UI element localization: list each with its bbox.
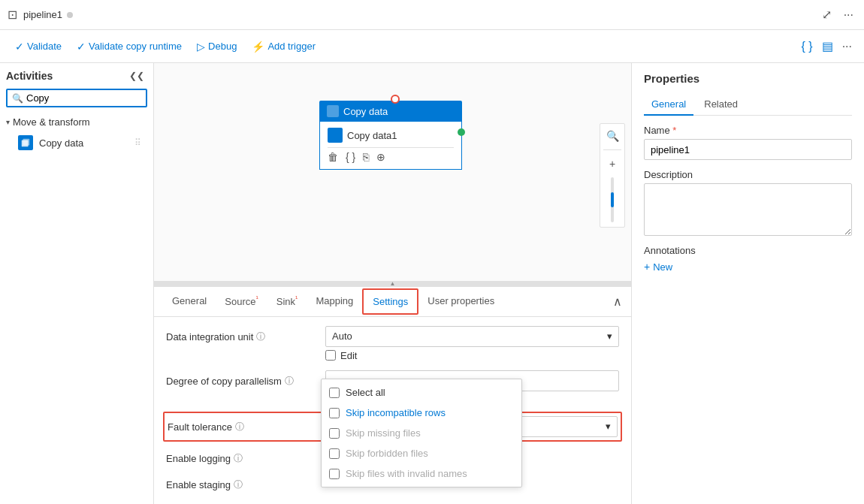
info-icon-diu[interactable]: ⓘ	[256, 330, 265, 343]
node-item-label: Copy data1	[347, 130, 397, 141]
diu-value: Auto	[332, 330, 352, 342]
panel-toggle-button[interactable]: ∧	[613, 294, 622, 309]
tab-settings[interactable]: Settings	[362, 288, 418, 315]
description-textarea[interactable]	[644, 183, 852, 236]
copy-data-icon	[18, 135, 33, 150]
success-connector	[458, 128, 465, 136]
name-label: Name *	[644, 125, 852, 136]
tab-general[interactable]: General	[163, 289, 216, 314]
enable-logging-label-text: Enable logging	[166, 453, 231, 464]
canvas[interactable]: Copy data Copy data1 🗑 { } ⎘ ⊕	[154, 63, 631, 281]
add-icon[interactable]: ⊕	[376, 151, 385, 163]
search-canvas-button[interactable]: 🔍	[603, 127, 621, 145]
svg-rect-1	[23, 139, 30, 146]
debug-button[interactable]: ▷ Debug	[191, 38, 243, 56]
skip-incompatible-checkbox[interactable]	[329, 408, 340, 418]
sidebar-collapse-button[interactable]: ❮❮	[126, 69, 147, 83]
properties-panel: Properties General Related Name * Descri…	[631, 63, 864, 504]
name-required-indicator: *	[672, 125, 676, 136]
skip-invalid-names-checkbox[interactable]	[329, 469, 340, 479]
debug-icon: ▷	[197, 41, 205, 53]
node-body: Copy data1 🗑 { } ⎘ ⊕	[319, 122, 462, 170]
category-move-transform[interactable]: ▾ Move & transform	[6, 113, 147, 131]
node-header[interactable]: Copy data	[319, 101, 462, 122]
option-skip-invalid-names[interactable]: Skip files with invalid names	[322, 463, 521, 484]
fault-tolerance-dropdown: Select all Skip incompatible rows Skip m…	[321, 379, 522, 487]
code-button[interactable]: { }	[799, 38, 816, 55]
node-top-connector	[391, 95, 400, 104]
more-actions-button[interactable]: ···	[839, 38, 855, 55]
validate-icon: ✓	[15, 41, 24, 53]
enable-staging-label: Enable staging ⓘ	[166, 474, 316, 491]
name-field: Name *	[644, 125, 852, 160]
zoom-in-button[interactable]: +	[603, 155, 621, 173]
data-integration-unit-row: Data integration unit ⓘ Auto ▾ Edit	[166, 326, 619, 361]
diu-edit-row: Edit	[325, 350, 619, 361]
tab-sink-label: Sink	[276, 296, 295, 307]
activity-copy-data[interactable]: Copy data ⠿	[12, 131, 147, 155]
props-tab-related[interactable]: Related	[696, 94, 745, 116]
category-label: Move & transform	[13, 116, 90, 128]
skip-missing-label: Skip missing files	[346, 427, 421, 439]
option-skip-incompatible[interactable]: Skip incompatible rows	[322, 403, 521, 423]
tabs-row: General Source¹ Sink¹ Mapping Settings U…	[154, 287, 631, 317]
skip-forbidden-checkbox[interactable]	[329, 448, 340, 459]
node-actions: 🗑 { } ⎘ ⊕	[328, 147, 454, 163]
info-icon-ft[interactable]: ⓘ	[235, 421, 244, 433]
chevron-down-icon: ▾	[607, 330, 612, 342]
validate-button[interactable]: ✓ Validate	[9, 38, 68, 56]
properties-title: Properties	[644, 72, 852, 85]
tab-settings-label: Settings	[373, 296, 408, 307]
data-integration-select[interactable]: Auto ▾	[325, 326, 619, 347]
tab-mapping[interactable]: Mapping	[307, 289, 362, 314]
tab-source-label: Source	[225, 296, 255, 307]
delete-icon[interactable]: 🗑	[328, 151, 338, 163]
search-box: 🔍	[6, 89, 147, 107]
skip-invalid-names-label: Skip files with invalid names	[346, 468, 467, 479]
search-input[interactable]	[26, 92, 141, 104]
validate-copy-button[interactable]: ✓ Validate copy runtime	[71, 38, 188, 56]
pipeline-icon: ⊡	[8, 8, 17, 22]
info-icon-es[interactable]: ⓘ	[234, 478, 243, 491]
skip-incompatible-label: Skip incompatible rows	[346, 407, 446, 418]
select-all-label: Select all	[346, 387, 385, 398]
skip-missing-checkbox[interactable]	[329, 428, 340, 439]
chevron-icon: ▾	[6, 118, 10, 126]
node-header-icon	[327, 105, 339, 117]
skip-forbidden-label: Skip forbidden files	[346, 448, 428, 459]
info-icon-dcp[interactable]: ⓘ	[285, 375, 294, 388]
canvas-toolbar: 🔍 +	[600, 123, 625, 228]
name-input[interactable]	[644, 139, 852, 160]
drag-handle: ⠿	[134, 137, 141, 148]
toolbar-right: { } ▤ ···	[799, 38, 855, 55]
select-all-checkbox[interactable]	[329, 388, 340, 398]
expand-button[interactable]: ⤢	[819, 6, 835, 23]
panel-collapse-handle[interactable]: ▲	[154, 281, 631, 287]
info-icon-el[interactable]: ⓘ	[234, 452, 243, 465]
option-select-all[interactable]: Select all	[322, 382, 521, 403]
more-button[interactable]: ···	[841, 7, 856, 23]
add-trigger-button[interactable]: ⚡ Add trigger	[246, 38, 322, 56]
add-annotation-button[interactable]: + New	[644, 261, 852, 273]
node-item-icon	[328, 128, 343, 143]
tab-general-label: General	[172, 295, 207, 306]
new-label: New	[653, 261, 672, 273]
tab-sink[interactable]: Sink¹	[267, 288, 307, 315]
validate-copy-icon: ✓	[77, 41, 86, 53]
add-trigger-label: Add trigger	[267, 41, 316, 52]
tab-source[interactable]: Source¹	[216, 288, 267, 315]
tab-user-properties[interactable]: User properties	[418, 289, 503, 314]
code-icon[interactable]: { }	[346, 151, 355, 163]
option-skip-missing[interactable]: Skip missing files	[322, 423, 521, 443]
description-field: Description	[644, 169, 852, 236]
annotations-title: Annotations	[644, 245, 852, 256]
name-label-text: Name	[644, 125, 670, 136]
props-tab-general[interactable]: General	[644, 94, 693, 116]
monitor-button[interactable]: ▤	[819, 38, 836, 55]
copy-icon[interactable]: ⎘	[363, 151, 369, 163]
diu-edit-checkbox[interactable]	[325, 350, 336, 361]
node-item: Copy data1	[328, 128, 454, 143]
copy-data-node: Copy data Copy data1 🗑 { } ⎘ ⊕	[319, 101, 462, 170]
option-skip-forbidden[interactable]: Skip forbidden files	[322, 443, 521, 463]
tab-mapping-label: Mapping	[316, 295, 353, 306]
